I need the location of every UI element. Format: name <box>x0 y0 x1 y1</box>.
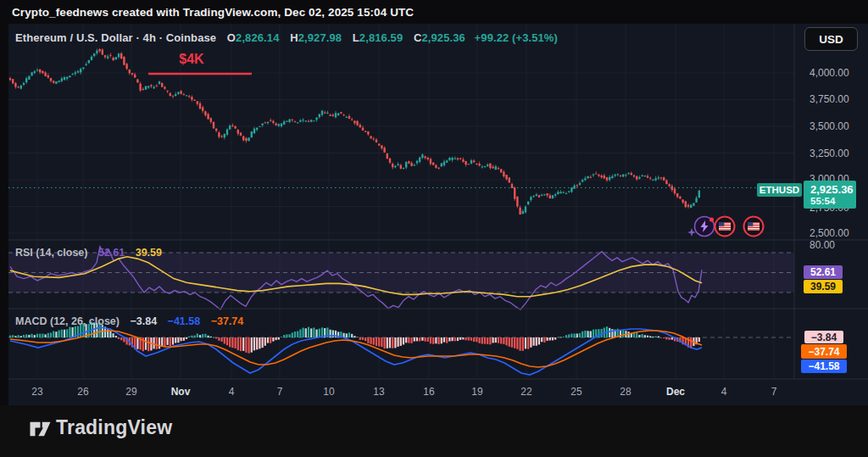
price-tick-label: 80.00 <box>810 239 835 251</box>
price-tick-label: 4,000.00 <box>810 67 849 79</box>
time-tick-label: 25 <box>570 386 581 398</box>
change-value: +99.22 (+3.51%) <box>475 31 558 44</box>
time-tick-label: 7 <box>771 386 777 398</box>
price-tick-label: 3,500.00 <box>810 120 849 132</box>
footer: TradingView <box>0 405 868 457</box>
macd-line-axis-badge: −41.58 <box>801 359 847 373</box>
time-tick-label: 7 <box>277 386 283 398</box>
time-tick-label: 4 <box>721 386 727 398</box>
time-tick-label: 29 <box>125 386 136 398</box>
time-tick-label: 13 <box>373 386 384 398</box>
macd-hist-axis-badge: −3.84 <box>804 331 843 343</box>
close-value: 2,925.36 <box>421 31 465 44</box>
low-value: 2,816.59 <box>359 31 403 44</box>
time-tick-label: 22 <box>520 386 531 398</box>
time-tick-label: 19 <box>471 386 482 398</box>
rsi-legend: RSI (14, close) 52.61 39.59 <box>15 247 162 259</box>
time-axis[interactable]: 232629Nov4710131619222528Dec47 <box>8 379 868 405</box>
symbol-axis-badge[interactable]: ETHUSD <box>757 183 802 197</box>
price-annotation-4k[interactable]: $4K <box>166 52 217 67</box>
current-price-badge[interactable]: 2,925.36 55:54 <box>804 181 856 209</box>
rsi-axis-badge: 52.61 <box>804 265 843 279</box>
price-tick-label: 3,250.00 <box>810 148 849 159</box>
open-value: 2,826.14 <box>236 31 279 44</box>
us-flag-event-icon[interactable] <box>744 217 764 237</box>
high-value: 2,927.98 <box>298 31 342 44</box>
macd-title[interactable]: MACD (12, 26, close) <box>15 315 120 327</box>
bar-countdown: 55:54 <box>810 196 835 207</box>
rsi-ma-value: 39.59 <box>136 247 162 259</box>
time-tick-label: Nov <box>171 386 191 398</box>
time-tick-label: 23 <box>31 386 42 398</box>
rsi-value: 52.61 <box>98 247 125 259</box>
chart-canvas[interactable] <box>0 0 868 405</box>
price-tick-label: 3,750.00 <box>810 93 849 105</box>
macd-legend: MACD (12, 26, close) −3.84 −41.58 −37.74 <box>15 315 243 327</box>
time-tick-label: 10 <box>323 386 334 398</box>
macd-line-value: −41.58 <box>168 315 201 327</box>
low-label: L <box>353 31 359 44</box>
macd-signal-axis-badge: −37.74 <box>801 344 847 359</box>
tradingview-logo-icon[interactable] <box>29 418 52 440</box>
time-tick-label: 26 <box>77 386 88 398</box>
rsi-title[interactable]: RSI (14, close) <box>15 247 87 259</box>
macd-signal-value: −37.74 <box>211 315 244 327</box>
brand-name[interactable]: TradingView <box>56 416 172 439</box>
time-tick-label: 28 <box>620 386 631 398</box>
lightning-event-icon[interactable] <box>695 217 715 237</box>
price-tick-label: 2,500.00 <box>810 227 849 239</box>
currency-toggle-button[interactable]: USD <box>804 27 858 51</box>
symbol-title[interactable]: Ethereum / U.S. Dollar · 4h · Coinbase <box>15 31 216 44</box>
high-label: H <box>290 31 298 44</box>
us-flag-event-icon[interactable] <box>715 217 735 237</box>
time-tick-label: 4 <box>229 386 235 398</box>
current-price-value: 2,925.36 <box>810 183 854 196</box>
rsi-ma-axis-badge: 39.59 <box>804 280 843 293</box>
time-tick-label: Dec <box>666 386 685 398</box>
open-label: O <box>227 31 236 44</box>
symbol-legend: Ethereum / U.S. Dollar · 4h · Coinbase O… <box>15 31 558 44</box>
macd-hist-value: −3.84 <box>130 315 157 327</box>
time-tick-label: 16 <box>423 386 434 398</box>
